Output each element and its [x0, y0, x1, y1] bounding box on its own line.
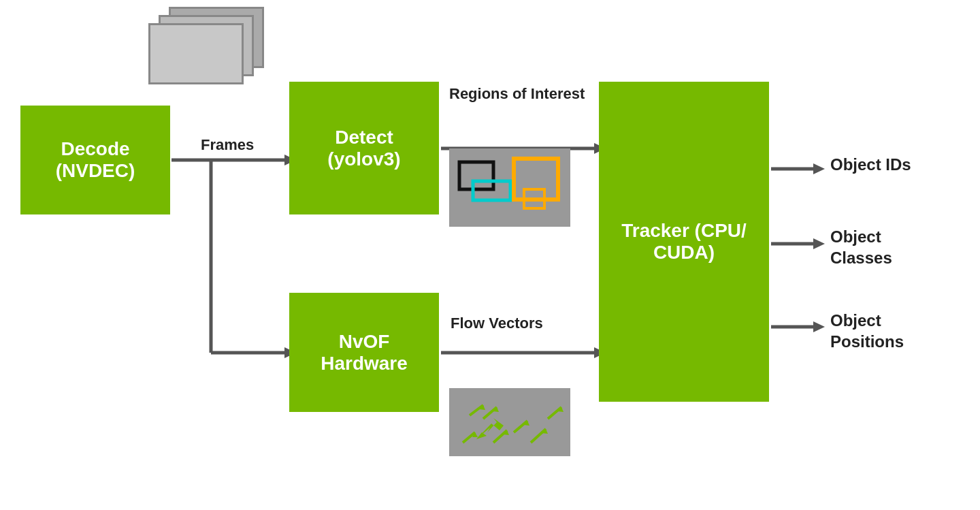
decode-box: Decode (NVDEC): [20, 106, 170, 214]
flow-label: Flow Vectors: [451, 315, 543, 332]
detect-box: Detect (yolov3): [289, 82, 439, 214]
frames-stack-icon: [148, 7, 264, 89]
svg-rect-20: [449, 388, 570, 456]
tracker-box: Tracker (CPU/ CUDA): [599, 82, 769, 402]
roi-thumbnail: [449, 148, 570, 227]
nvof-box: NvOF Hardware: [289, 293, 439, 412]
flow-thumbnail: [449, 388, 570, 456]
svg-marker-12: [813, 238, 825, 249]
svg-marker-14: [813, 321, 825, 332]
diagram-container: Decode (NVDEC) Detect (yolov3) NvOF Hard…: [0, 0, 980, 510]
object-positions-label: ObjectPositions: [830, 310, 904, 352]
svg-marker-10: [813, 163, 825, 174]
roi-label: Regions of Interest: [449, 85, 585, 103]
object-ids-label: Object IDs: [830, 155, 911, 174]
object-classes-label: ObjectClasses: [830, 226, 892, 268]
frames-label: Frames: [201, 136, 254, 154]
